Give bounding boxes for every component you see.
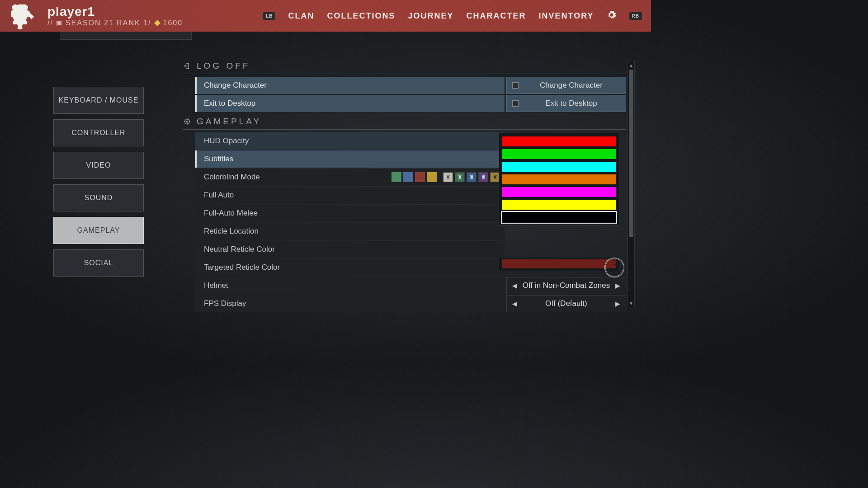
colorblind-swatches: ♜ ♜ ♜ ♜ ♜ [392, 172, 500, 182]
nav-clan[interactable]: CLAN [288, 11, 314, 21]
swatch-gold [427, 172, 437, 182]
fps-next-icon[interactable]: ▶ [615, 300, 620, 307]
gameplay-icon [183, 117, 191, 126]
nav-character[interactable]: CHARACTER [467, 11, 526, 21]
color-option-darkred[interactable] [502, 259, 616, 268]
content-scrollbar[interactable]: ▲ ▼ [627, 61, 635, 307]
player-subline: // ▣ SEASON 21 RANK 1/ 1600 [47, 19, 183, 27]
top-nav: LB CLAN COLLECTIONS JOURNEY CHARACTER IN… [263, 10, 642, 22]
helm-icon-1: ♜ [443, 172, 453, 182]
row-colorblind-mode[interactable]: Colorblind Mode ♜ ♜ ♜ ♜ ♜ [195, 169, 505, 186]
power-diamond-icon [154, 20, 160, 26]
color-option-black[interactable] [502, 212, 616, 222]
searchbar-remnant [60, 32, 192, 40]
lb-bumper-icon[interactable]: LB [263, 12, 275, 20]
settings-sidebar: KEYBOARD / MOUSE CONTROLLER VIDEO SOUND … [53, 87, 144, 277]
exit-desktop-right[interactable]: Exit to Desktop [506, 95, 626, 112]
nav-journey[interactable]: JOURNEY [408, 11, 453, 21]
row-targeted-reticle-color[interactable]: Targeted Reticle Color [195, 259, 505, 276]
row-fps-display[interactable]: FPS Display [195, 295, 505, 312]
helmet-selector[interactable]: ◀ Off in Non-Combat Zones ▶ [506, 277, 626, 294]
sidebar-item-social[interactable]: SOCIAL [53, 249, 144, 277]
sidebar-item-sound[interactable]: SOUND [53, 184, 144, 211]
helm-icon-3: ♜ [467, 172, 476, 182]
color-option-orange[interactable] [502, 174, 616, 184]
faction-icon [9, 0, 41, 32]
swatch-red [415, 172, 425, 182]
exit-desktop-button[interactable]: Exit to Desktop [195, 95, 505, 112]
row-reticle-location[interactable]: Reticle Location [195, 223, 505, 240]
color-option-green[interactable] [502, 149, 616, 159]
doc-icon [512, 82, 519, 89]
svg-point-1 [187, 121, 188, 122]
helmet-value: Off in Non-Combat Zones [517, 281, 615, 290]
logoff-icon [183, 62, 191, 70]
row-exit-desktop: Exit to Desktop Exit to Desktop [195, 95, 626, 112]
row-full-auto-melee[interactable]: Full-Auto Melee [195, 205, 505, 222]
fps-value: Off (Default) [517, 299, 615, 308]
sidebar-item-controller[interactable]: CONTROLLER [53, 119, 144, 146]
scroll-thumb[interactable] [629, 70, 633, 237]
helm-icon-4: ♜ [478, 172, 488, 182]
nav-collections[interactable]: COLLECTIONS [327, 11, 395, 21]
section-header-gameplay: GAMEPLAY [183, 117, 626, 130]
rb-bumper-icon[interactable]: RB [629, 12, 642, 20]
swatch-green [392, 172, 401, 182]
color-option-yellow[interactable] [502, 200, 616, 210]
helmet-prev-icon[interactable]: ◀ [512, 282, 517, 289]
helmet-next-icon[interactable]: ▶ [615, 282, 620, 289]
color-picker-panel[interactable] [499, 133, 619, 226]
section-header-logoff: LOG OFF [183, 61, 626, 74]
fps-selector[interactable]: ◀ Off (Default) ▶ [506, 295, 626, 312]
color-option-red[interactable] [502, 136, 616, 146]
row-helmet[interactable]: Helmet [195, 277, 505, 294]
player-name: player1 [47, 5, 183, 19]
nav-inventory[interactable]: INVENTORY [539, 11, 594, 21]
scroll-up-icon[interactable]: ▲ [628, 61, 634, 69]
swatch-blue [403, 172, 413, 182]
row-subtitles[interactable]: Subtitles [195, 150, 505, 168]
doc-icon [512, 100, 519, 107]
settings-gear-icon[interactable] [607, 10, 617, 22]
row-full-auto[interactable]: Full Auto [195, 187, 505, 204]
top-header: player1 // ▣ SEASON 21 RANK 1/ 1600 LB C… [0, 0, 651, 32]
row-hud-opacity[interactable]: HUD Opacity [195, 132, 505, 150]
scroll-down-icon[interactable]: ▼ [628, 300, 634, 307]
change-character-right[interactable]: Change Character [506, 77, 626, 94]
sidebar-item-keyboard-mouse[interactable]: KEYBOARD / MOUSE [53, 87, 144, 114]
row-change-character: Change Character Change Character [195, 77, 626, 94]
fps-prev-icon[interactable]: ◀ [512, 300, 517, 307]
player-block: player1 // ▣ SEASON 21 RANK 1/ 1600 [47, 5, 183, 27]
sidebar-item-gameplay[interactable]: GAMEPLAY [53, 217, 144, 244]
color-option-magenta[interactable] [502, 187, 616, 197]
change-character-button[interactable]: Change Character [195, 77, 505, 94]
color-option-cyan[interactable] [502, 162, 616, 172]
helm-icon-2: ♜ [455, 172, 465, 182]
row-neutral-reticle-color[interactable]: Neutral Reticle Color [195, 241, 505, 258]
sidebar-item-video[interactable]: VIDEO [53, 152, 144, 179]
